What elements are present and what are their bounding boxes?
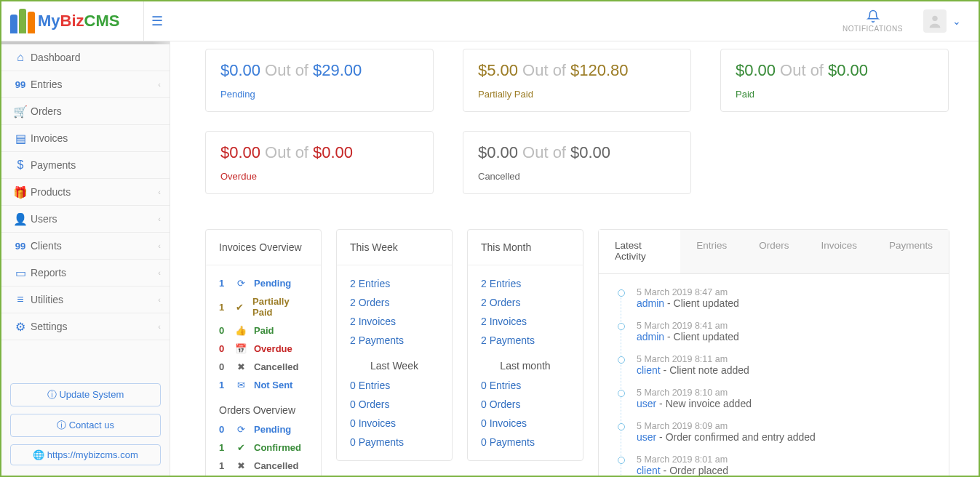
period-link[interactable]: 0 Entries [350, 376, 439, 395]
activity-item: 5 March 2019 8:47 amadmin - Client updat… [619, 287, 949, 321]
period-link[interactable]: 2 Entries [481, 274, 570, 293]
invoice-status-row[interactable]: 0📅Overdue [219, 340, 308, 358]
stat-total: $120.80 [570, 61, 629, 80]
sliders-icon: ≡ [10, 293, 31, 306]
period-link[interactable]: 0 Entries [481, 376, 570, 395]
count: 1 [219, 278, 228, 289]
activity-user[interactable]: client [637, 364, 661, 376]
activity-date: 5 March 2019 8:41 am [637, 321, 949, 331]
period-link[interactable]: 2 Entries [350, 274, 439, 293]
period-link[interactable]: 0 Payments [350, 433, 439, 452]
stat-status: Partially Paid [478, 89, 676, 100]
status-label: Confirmed [254, 442, 301, 453]
sidebar-item-settings[interactable]: ⚙Settings‹ [1, 313, 170, 340]
stat-amount: $5.00 [478, 61, 518, 80]
status-icon: ⟳ [235, 424, 247, 435]
period-link[interactable]: 2 Orders [350, 293, 439, 312]
activity-user[interactable]: admin [637, 331, 664, 342]
sidebar-item-products[interactable]: 🎁Products‹ [1, 179, 170, 206]
svg-point-0 [932, 16, 937, 21]
chevron-icon: ‹ [158, 268, 161, 277]
sidebar-item-reports[interactable]: ▭Reports‹ [1, 260, 170, 286]
status-label: Pending [254, 278, 291, 289]
order-status-row[interactable]: 0⟳Pending [219, 420, 308, 438]
stat-amount: $0.00 [220, 61, 260, 80]
activity-user[interactable]: client [637, 465, 661, 476]
sidebar-item-clients[interactable]: 99Clients‹ [1, 233, 170, 260]
count: 1 [219, 460, 228, 471]
status-icon: ⟳ [235, 278, 247, 289]
sidebar-item-orders[interactable]: 🛒Orders [1, 98, 170, 125]
invoices-overview-title: Invoices Overview [206, 230, 321, 265]
sidebar-item-label: Invoices [31, 132, 161, 144]
sidebar-item-label: Products [31, 186, 158, 198]
tab-orders[interactable]: Orders [743, 230, 805, 273]
contact-us-button[interactable]: ⓘ Contact us [10, 414, 161, 437]
period-link[interactable]: 2 Invoices [481, 312, 570, 331]
invoice-status-row[interactable]: 1⟳Pending [219, 274, 308, 292]
tab-entries[interactable]: Entries [680, 230, 743, 273]
period-link[interactable]: 0 Payments [481, 433, 570, 452]
activity-user[interactable]: user [637, 431, 656, 443]
period-link[interactable]: 0 Invoices [350, 414, 439, 433]
activity-date: 5 March 2019 8:01 am [637, 454, 949, 465]
user-menu-caret-icon[interactable]: ⌄ [952, 15, 961, 27]
stat-status: Cancelled [478, 171, 676, 182]
sidebar-item-label: Reports [31, 267, 158, 278]
order-status-row[interactable]: 1✔Confirmed [219, 438, 308, 457]
menu-toggle-icon[interactable]: ☰ [144, 13, 170, 29]
status-icon: ✔ [235, 442, 247, 453]
stat-card-cancelled: $0.00 Out of $0.00Cancelled [463, 131, 691, 194]
website-link-button[interactable]: 🌐 https://mybizcms.com [10, 444, 161, 465]
sidebar-item-dashboard[interactable]: ⌂Dashboard [1, 44, 170, 71]
this-month-title: This Month [468, 230, 583, 265]
status-icon: ✖ [235, 361, 247, 372]
period-link[interactable]: 2 Payments [481, 331, 570, 350]
update-system-button[interactable]: ⓘ Update System [10, 383, 161, 406]
status-label: Pending [254, 424, 291, 435]
sidebar-item-users[interactable]: 👤Users‹ [1, 206, 170, 233]
avatar[interactable] [923, 9, 947, 33]
sidebar-item-invoices[interactable]: ▤Invoices [1, 125, 170, 152]
notifications-button[interactable]: NOTIFICATIONS [842, 9, 903, 33]
chevron-icon: ‹ [158, 215, 161, 223]
status-label: Paid [254, 325, 274, 336]
stat-status: Overdue [220, 171, 418, 182]
chevron-icon: ‹ [158, 295, 161, 304]
period-subtitle: Last month [481, 350, 570, 376]
activity-desc: - Client note added [661, 364, 749, 376]
invoice-status-row[interactable]: 0✖Cancelled [219, 358, 308, 376]
invoices-overview-panel: Invoices Overview 1⟳Pending1✔Partially P… [205, 229, 322, 476]
sidebar-item-label: Users [31, 213, 158, 225]
activity-user[interactable]: user [637, 398, 656, 409]
period-link[interactable]: 2 Orders [481, 293, 570, 312]
this-week-panel: This Week 2 Entries2 Orders2 Invoices2 P… [336, 229, 453, 461]
sidebar-footer: ⓘ Update System ⓘ Contact us 🌐 https://m… [1, 373, 170, 476]
period-link[interactable]: 0 Invoices [481, 414, 570, 433]
period-subtitle: Last Week [350, 350, 439, 376]
activity-item: 5 March 2019 8:11 amclient - Client note… [619, 354, 949, 388]
book-icon: ▭ [10, 266, 31, 280]
logo[interactable]: MyBizCMS [1, 1, 144, 41]
sidebar-item-label: Settings [31, 321, 158, 332]
activity-user[interactable]: admin [637, 297, 664, 309]
sidebar-item-payments[interactable]: $Payments [1, 152, 170, 179]
tab-latest-activity[interactable]: Latest Activity [599, 230, 680, 273]
stat-outof: Out of [522, 61, 566, 80]
tab-invoices[interactable]: Invoices [805, 230, 873, 273]
period-link[interactable]: 0 Orders [481, 395, 570, 414]
sidebar-item-utilities[interactable]: ≡Utilities‹ [1, 286, 170, 313]
invoice-status-row[interactable]: 1✔Partially Paid [219, 292, 308, 321]
sidebar-item-label: Entries [31, 79, 158, 90]
invoice-icon: ▤ [10, 132, 31, 145]
invoice-status-row[interactable]: 1✉Not Sent [219, 376, 308, 394]
sidebar-item-entries[interactable]: 99Entries‹ [1, 71, 170, 98]
tab-payments[interactable]: Payments [873, 230, 949, 273]
nav: ⌂Dashboard99Entries‹🛒Orders▤Invoices$Pay… [1, 44, 170, 340]
invoice-status-row[interactable]: 0👍Paid [219, 321, 308, 340]
order-status-row[interactable]: 1✖Cancelled [219, 457, 308, 475]
period-link[interactable]: 2 Payments [350, 331, 439, 350]
period-link[interactable]: 2 Invoices [350, 312, 439, 331]
orders-overview-title: Orders Overview [219, 394, 308, 420]
period-link[interactable]: 0 Orders [350, 395, 439, 414]
